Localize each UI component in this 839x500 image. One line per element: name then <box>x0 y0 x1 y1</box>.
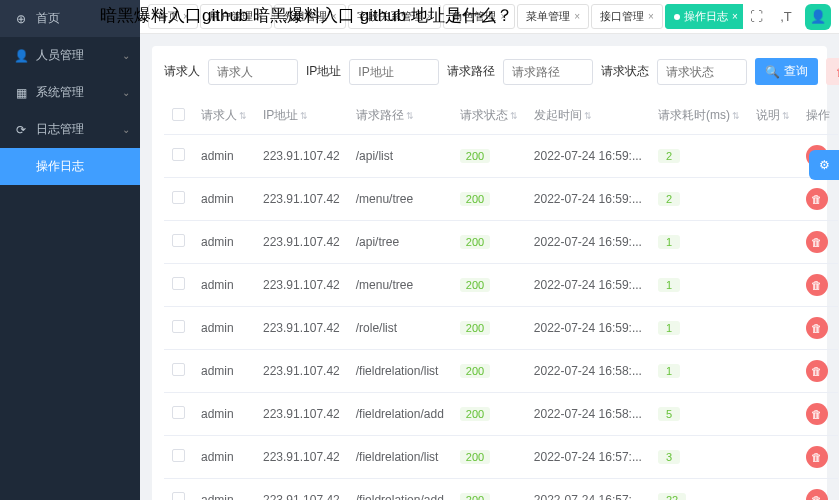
sidebar-label: 人员管理 <box>36 47 84 64</box>
tab-分组管理[interactable]: 分组管理× <box>274 4 346 29</box>
tab-接口管理[interactable]: 接口管理× <box>591 4 663 29</box>
row-checkbox[interactable] <box>172 406 185 419</box>
delete-row-button[interactable]: 🗑 <box>806 489 828 500</box>
sidebar-home[interactable]: ⊕ 首页 <box>0 0 140 37</box>
tab-菜单管理[interactable]: 菜单管理× <box>517 4 589 29</box>
font-size-icon[interactable]: ,T <box>775 6 797 28</box>
cell-desc <box>748 178 798 221</box>
ip-input[interactable] <box>349 59 439 85</box>
cell-desc <box>748 479 798 501</box>
cell-path: /api/list <box>348 135 452 178</box>
sort-icon[interactable]: ⇅ <box>782 111 790 121</box>
cell-path: /fieldrelation/add <box>348 393 452 436</box>
sort-icon[interactable]: ⇅ <box>584 111 592 121</box>
avatar[interactable]: 👤 <box>805 4 831 30</box>
close-icon[interactable]: × <box>331 11 337 22</box>
sidebar-label: 系统管理 <box>36 84 84 101</box>
ms-badge: 2 <box>658 192 680 206</box>
close-icon[interactable]: × <box>257 11 263 22</box>
sidebar-sub-label: 操作日志 <box>36 159 84 173</box>
sort-icon[interactable]: ⇅ <box>300 111 308 121</box>
cell-ip: 223.91.107.42 <box>255 350 348 393</box>
tab-label: 操作日志 <box>684 9 728 24</box>
delete-row-button[interactable]: 🗑 <box>806 231 828 253</box>
row-checkbox[interactable] <box>172 449 185 462</box>
close-icon[interactable]: × <box>427 11 433 22</box>
batch-delete-button[interactable]: 🗑 批量删除 <box>826 58 839 85</box>
sort-icon[interactable]: ⇅ <box>732 111 740 121</box>
cell-user: admin <box>193 135 255 178</box>
sort-icon[interactable]: ⇅ <box>510 111 518 121</box>
ms-badge: 1 <box>658 364 680 378</box>
tab-用户管理[interactable]: 用户管理× <box>200 4 272 29</box>
tab-label: 角色管理 <box>452 9 496 24</box>
tab-角色管理[interactable]: 角色管理× <box>443 4 515 29</box>
filter-label-status: 请求状态 <box>601 63 649 80</box>
gear-icon: ⚙ <box>819 158 830 172</box>
status-tag: 200 <box>460 493 490 500</box>
requester-input[interactable] <box>208 59 298 85</box>
delete-row-button[interactable]: 🗑 <box>806 403 828 425</box>
cell-path: /menu/tree <box>348 178 452 221</box>
ms-badge: 5 <box>658 407 680 421</box>
fullscreen-icon[interactable]: ⛶ <box>745 6 767 28</box>
row-checkbox[interactable] <box>172 234 185 247</box>
sidebar-logs[interactable]: ⟳ 日志管理 ⌄ <box>0 111 140 148</box>
cell-desc <box>748 436 798 479</box>
log-icon: ⟳ <box>14 123 28 137</box>
path-input[interactable] <box>503 59 593 85</box>
status-tag: 200 <box>460 364 490 378</box>
delete-row-button[interactable]: 🗑 <box>806 446 828 468</box>
cell-desc <box>748 393 798 436</box>
close-icon[interactable]: × <box>648 11 654 22</box>
select-all-checkbox[interactable] <box>172 108 185 121</box>
row-checkbox[interactable] <box>172 320 185 333</box>
active-dot-icon <box>674 14 680 20</box>
ms-badge: 22 <box>658 493 686 500</box>
ms-badge: 1 <box>658 235 680 249</box>
trash-icon: 🗑 <box>811 236 822 248</box>
delete-row-button[interactable]: 🗑 <box>806 317 828 339</box>
cell-user: admin <box>193 264 255 307</box>
tab-label: 首页 <box>157 9 179 24</box>
close-icon[interactable]: × <box>183 11 189 22</box>
trash-icon: 🗑 <box>811 322 822 334</box>
settings-float-button[interactable]: ⚙ <box>809 150 839 180</box>
tab-操作日志[interactable]: 操作日志× <box>665 4 743 29</box>
row-checkbox[interactable] <box>172 148 185 161</box>
search-button[interactable]: 🔍 查询 <box>755 58 818 85</box>
row-checkbox[interactable] <box>172 191 185 204</box>
sidebar-sub-oplog[interactable]: 操作日志 <box>0 148 140 185</box>
col-action: 操作 <box>806 108 830 122</box>
col-ip: IP地址 <box>263 108 298 122</box>
cell-time: 2022-07-24 16:59:... <box>526 178 650 221</box>
status-input[interactable] <box>657 59 747 85</box>
sidebar-label: 首页 <box>36 10 60 27</box>
delete-row-button[interactable]: 🗑 <box>806 188 828 210</box>
cell-ip: 223.91.107.42 <box>255 307 348 350</box>
row-checkbox[interactable] <box>172 363 185 376</box>
sidebar-system[interactable]: ▦ 系统管理 ⌄ <box>0 74 140 111</box>
sort-icon[interactable]: ⇅ <box>239 111 247 121</box>
filter-label-path: 请求路径 <box>447 63 495 80</box>
sidebar-personnel[interactable]: 👤 人员管理 ⌄ <box>0 37 140 74</box>
close-icon[interactable]: × <box>574 11 580 22</box>
table-row: admin223.91.107.42/api/list2002022-07-24… <box>164 135 838 178</box>
close-icon[interactable]: × <box>732 11 738 22</box>
table-row: admin223.91.107.42/fieldrelation/list200… <box>164 436 838 479</box>
status-tag: 200 <box>460 450 490 464</box>
delete-row-button[interactable]: 🗑 <box>806 274 828 296</box>
row-checkbox[interactable] <box>172 492 185 500</box>
chevron-down-icon: ⌄ <box>122 50 130 61</box>
close-icon[interactable]: × <box>500 11 506 22</box>
tab-首页[interactable]: 首页× <box>148 4 198 29</box>
sort-icon[interactable]: ⇅ <box>406 111 414 121</box>
table-row: admin223.91.107.42/menu/tree2002022-07-2… <box>164 264 838 307</box>
cell-time: 2022-07-24 16:59:... <box>526 264 650 307</box>
tab-字段关系管理[interactable]: 字段关系管理× <box>348 4 442 29</box>
tab-label: 字段关系管理 <box>357 9 423 24</box>
chevron-down-icon: ⌄ <box>122 87 130 98</box>
row-checkbox[interactable] <box>172 277 185 290</box>
trash-icon: 🗑 <box>811 193 822 205</box>
delete-row-button[interactable]: 🗑 <box>806 360 828 382</box>
